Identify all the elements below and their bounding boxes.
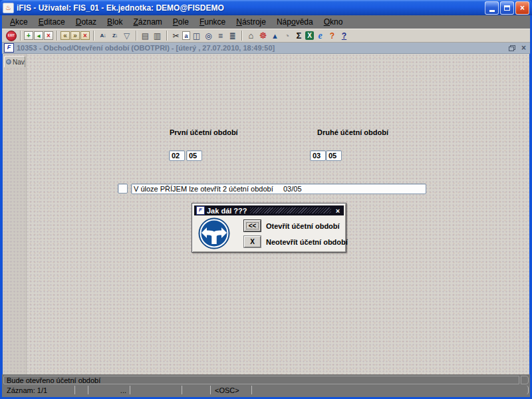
- ifis-logo-icon: [4, 43, 14, 53]
- find-icon[interactable]: ◎: [203, 31, 214, 41]
- first-period-year-field[interactable]: 05: [186, 150, 202, 161]
- minimize-icon: [489, 10, 495, 12]
- status-cells: Záznam: 1/1 ... <OSC>: [3, 386, 529, 394]
- status-cell-empty: [75, 386, 88, 394]
- next-record-icon[interactable]: »: [70, 31, 80, 40]
- tab-nav[interactable]: Nav: [4, 56, 25, 67]
- menu-blok[interactable]: Blok: [102, 16, 128, 29]
- status-message: Bude otevřeno účetní období: [3, 376, 519, 384]
- sort-descending-icon[interactable]: Z↓: [109, 31, 120, 41]
- open-period-button[interactable]: <<: [244, 220, 261, 231]
- menu-nastroje[interactable]: Nástroje: [231, 16, 271, 29]
- second-period-label: Druhé účetní období: [317, 128, 388, 136]
- second-period-month-field[interactable]: 03: [310, 150, 326, 161]
- menu-akce[interactable]: Akce: [5, 16, 33, 29]
- menu-funkce[interactable]: Funkce: [194, 16, 231, 29]
- message-checkbox[interactable]: [118, 184, 128, 194]
- message-field[interactable]: V úloze PŘÍJEM lze otevřít 2 účetní obdo…: [131, 184, 426, 194]
- status-mode-indicator: <OSC>: [211, 386, 252, 394]
- fork-direction-sign-icon: [198, 217, 230, 249]
- menu-editace[interactable]: Editace: [33, 16, 70, 29]
- menu-bar: Akce Editace Dotaz Blok Záznam Pole Funk…: [2, 15, 530, 29]
- paste-icon[interactable]: a: [182, 31, 190, 40]
- nav-tab-label: Nav: [13, 59, 25, 66]
- window-titlebar[interactable]: iFIS - Uživatel: FIS_01 - Ek.jednotka: D…: [0, 0, 532, 15]
- window-title: iFIS - Uživatel: FIS_01 - Ek.jednotka: D…: [17, 3, 224, 13]
- mdi-close-button[interactable]: ×: [521, 45, 526, 51]
- minimize-button[interactable]: [485, 1, 499, 15]
- commit-record-icon[interactable]: ◂: [34, 31, 43, 40]
- status-cell-empty: [252, 386, 529, 394]
- navigation-tabstrip: Nav: [3, 54, 27, 374]
- toolbar-separator: [241, 31, 243, 41]
- mdi-window-titlebar[interactable]: 10353 - Obchod/Otevření období (OBOTPRI)…: [2, 43, 530, 54]
- alert-dialog: Jak dál ??? × << Otevřít účetní období X…: [192, 203, 346, 253]
- first-period-month-field[interactable]: 02: [169, 150, 185, 161]
- dialog-titlebar-texture: [250, 207, 331, 213]
- toolbar: EXIT + ◂ × « » × A↓ Z↓ ▽ ▤ ▥ ✂ a ◫ ◎ ≡ ≣…: [2, 29, 530, 43]
- assistant-icon[interactable]: ?: [327, 31, 338, 41]
- status-bar: Bude otevřeno účetní období Záznam: 1/1 …: [2, 374, 530, 397]
- open-period-button-label: Otevřít účetní období: [266, 222, 340, 230]
- mdi-window-title: 10353 - Obchod/Otevření období (OBOTPRI)…: [17, 44, 509, 52]
- sort-ascending-icon[interactable]: A↓: [97, 31, 108, 41]
- toolbar-separator: [20, 31, 21, 41]
- delete-record-icon[interactable]: ×: [44, 31, 53, 40]
- java-app-icon: [3, 3, 14, 13]
- menu-napoveda[interactable]: Nápověda: [271, 16, 319, 29]
- excel-icon[interactable]: X: [305, 31, 314, 40]
- first-period-label: První účetní období: [170, 128, 238, 136]
- organization-icon[interactable]: ⌂: [245, 31, 257, 41]
- maximize-button[interactable]: [500, 1, 514, 15]
- menu-okno[interactable]: Okno: [319, 16, 348, 29]
- menu-dotaz[interactable]: Dotaz: [70, 16, 102, 29]
- browser-icon[interactable]: e: [315, 31, 326, 41]
- print-preview-icon[interactable]: ▥: [152, 31, 163, 41]
- status-cell-ellipsis: ...: [88, 386, 130, 394]
- toolbar-separator: [136, 31, 137, 41]
- copy-icon[interactable]: ◫: [191, 31, 202, 41]
- cut-icon[interactable]: ✂: [170, 31, 182, 41]
- exit-icon[interactable]: EXIT: [6, 31, 17, 41]
- list-values-icon[interactable]: ≡: [215, 31, 226, 41]
- previous-record-icon[interactable]: «: [61, 31, 70, 40]
- form-canvas: Nav První účetní období Druhé účetní obd…: [3, 54, 529, 374]
- application-window: iFIS - Uživatel: FIS_01 - Ek.jednotka: D…: [0, 0, 532, 399]
- do-not-open-period-button-label: Neotevřít účetní období: [266, 238, 348, 246]
- record-indicator: Záznam: 1/1: [3, 386, 75, 394]
- remove-record-icon[interactable]: ×: [80, 31, 90, 40]
- clock-icon[interactable]: ◔: [281, 31, 293, 41]
- helm-icon[interactable]: ☸: [257, 31, 269, 41]
- ifis-logo-icon: [196, 206, 205, 215]
- status-message-end-cap: [521, 376, 529, 384]
- dialog-title: Jak dál ???: [207, 207, 247, 215]
- close-button[interactable]: [515, 1, 529, 15]
- mdi-restore-button[interactable]: [509, 45, 515, 51]
- menu-pole[interactable]: Pole: [168, 16, 194, 29]
- print-icon[interactable]: ▤: [140, 31, 151, 41]
- sum-icon[interactable]: Σ: [293, 31, 305, 41]
- maximize-icon: [504, 5, 510, 11]
- second-period-year-field[interactable]: 05: [326, 150, 342, 161]
- toolbar-separator: [57, 31, 58, 41]
- help-icon[interactable]: ?: [338, 31, 350, 41]
- nav-tab-icon: [6, 59, 11, 65]
- toolbar-separator: [93, 31, 94, 41]
- do-not-open-period-button[interactable]: X: [244, 236, 261, 247]
- mountain-icon[interactable]: ▲: [269, 31, 281, 41]
- insert-record-icon[interactable]: +: [24, 31, 33, 40]
- dialog-close-button[interactable]: ×: [334, 207, 342, 215]
- status-cell-empty: [130, 386, 182, 394]
- menu-zaznam[interactable]: Záznam: [128, 16, 167, 29]
- toolbar-separator: [166, 31, 168, 41]
- filter-icon[interactable]: ▽: [121, 31, 132, 41]
- status-cell-empty: [182, 386, 211, 394]
- list-details-icon[interactable]: ≣: [227, 31, 238, 41]
- dialog-titlebar[interactable]: Jak dál ??? ×: [194, 205, 344, 215]
